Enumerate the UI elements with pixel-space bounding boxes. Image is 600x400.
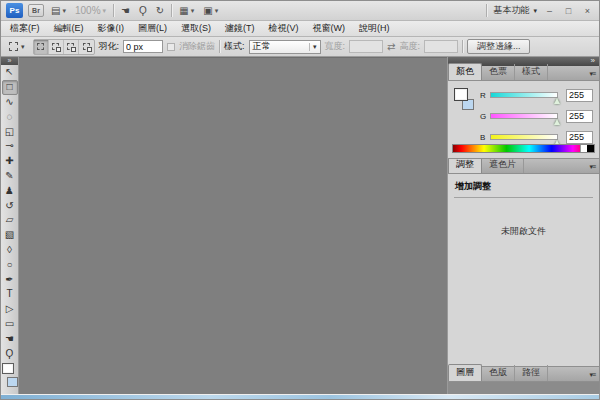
close-button[interactable]: × [581,6,594,16]
lasso-tool[interactable]: ∿ [2,95,18,110]
view-extras-button[interactable]: ▤ ▾ [49,4,68,17]
layers-group-tab-1[interactable]: 圖層 [448,364,482,381]
workspace-switcher[interactable]: 基本功能 ▾ [493,4,537,17]
history-brush-tool[interactable]: ↺ [2,198,18,213]
r-slider-thumb[interactable] [554,98,560,104]
black-chip[interactable] [587,145,594,152]
tool-preset-picker[interactable]: ▾ [5,40,29,53]
color-group-tab-3[interactable]: 樣式 [515,64,548,80]
menu-item-8[interactable]: 視窗(W) [306,21,353,36]
layers-group-tab-3[interactable]: 路徑 [515,365,548,381]
brush-tool[interactable]: ✎ [2,169,18,184]
style-select[interactable]: 正常 ▾ [249,40,321,54]
adjustments-panel-menu-icon[interactable]: ▾≡ [589,163,599,173]
minimize-button[interactable]: – [543,6,556,16]
blur-tool-icon: ◊ [7,245,12,255]
zoom-tool-icon: Ϙ [6,349,14,359]
arrange-documents-button[interactable]: ▦ ▾ [177,4,196,17]
channel-row-r: R [480,88,593,102]
antialias-checkbox[interactable] [167,43,175,51]
spot-healing-brush-tool[interactable]: ✚ [2,154,18,169]
clone-stamp-tool-icon: ♟ [5,186,14,196]
crop-tool[interactable]: ◱ [2,124,18,139]
menu-item-5[interactable]: 選取(S) [174,21,218,36]
b-value-input[interactable] [566,131,593,144]
menu-item-3[interactable]: 影像(I) [91,21,132,36]
menu-item-1[interactable]: 檔案(F) [3,21,47,36]
refine-edge-button[interactable]: 調整邊緣... [467,39,531,54]
g-value-input[interactable] [566,110,593,123]
g-slider-thumb[interactable] [554,119,560,125]
subtract-from-selection-button[interactable] [64,40,79,54]
chevron-down-icon: ▾ [21,43,25,51]
width-input[interactable] [349,40,383,53]
hand-tool[interactable]: ☚ [2,331,18,346]
quick-selection-tool[interactable]: ◌ [2,109,18,124]
eraser-tool-icon: ▱ [6,215,14,225]
menu-item-4[interactable]: 圖層(L) [131,21,174,36]
menu-item-9[interactable]: 說明(H) [352,21,397,36]
eraser-tool[interactable]: ▱ [2,213,18,228]
foreground-color-swatch[interactable] [2,363,14,374]
adjustments-group-tab-2[interactable]: 遮色片 [482,157,524,173]
launch-bridge-button[interactable]: Br [28,4,44,17]
height-input[interactable] [424,40,458,53]
new-selection-icon [37,43,44,50]
rotate-view-button[interactable]: ↻ [154,4,166,17]
r-value-input[interactable] [566,89,593,102]
color-group-tab-2[interactable]: 色票 [482,64,515,80]
g-slider-track[interactable] [490,113,558,119]
color-panel-menu-icon[interactable]: ▾≡ [589,70,599,80]
foreground-color-swatch[interactable] [454,88,468,101]
type-tool[interactable]: T [2,287,18,302]
zoom-tool[interactable]: Ϙ [2,346,18,361]
add-to-selection-button[interactable] [49,40,64,54]
screen-mode-button[interactable]: ▣ ▾ [201,4,220,17]
feather-label: 羽化: [99,40,120,53]
color-group-tab-1[interactable]: 顏色 [448,63,482,80]
white-chip[interactable] [580,145,587,152]
menu-item-2[interactable]: 編輯(E) [47,21,91,36]
color-spectrum-ramp[interactable] [452,144,595,153]
maximize-button[interactable]: □ [562,6,575,16]
b-slider-track[interactable] [490,134,558,140]
eyedropper-tool[interactable]: ⊸ [2,139,18,154]
zoom-tool-button[interactable]: Ϙ [137,4,149,17]
dodge-tool[interactable]: ○ [2,257,18,272]
blur-tool[interactable]: ◊ [2,243,18,258]
photoshop-window: Ps Br ▤ ▾ 100% ▾ ☚ Ϙ ↻ ▦ ▾ ▣ ▾ 基本功能 ▾ [0,0,600,400]
antialias-label: 消除鋸齒 [179,40,215,53]
chevron-down-icon: ▾ [309,43,317,51]
r-slider-track[interactable] [490,92,558,98]
layers-panel-menu-icon[interactable]: ▾≡ [589,371,599,381]
feather-input[interactable] [123,40,163,53]
path-selection-tool[interactable]: ▷ [2,302,18,317]
tools-collapse-button[interactable]: » [1,57,18,65]
zoom-level-control[interactable]: 100% ▾ [73,4,108,17]
main-area: » ↖□∿◌◱⊸✚✎♟↺▱▧◊○✒T▷▭☚Ϙ » 顏色色票樣式▾≡ RGB [1,57,599,394]
divider [454,197,593,198]
adjustments-panel-group: 調整遮色片▾≡ 增加調整 未開啟文件 [448,159,599,367]
menu-item-6[interactable]: 濾鏡(T) [218,21,262,36]
quick-selection-tool-icon: ◌ [7,112,13,122]
menu-bar: 檔案(F)編輯(E)影像(I)圖層(L)選取(S)濾鏡(T)檢視(V)視窗(W)… [1,21,599,37]
hand-tool-button[interactable]: ☚ [119,4,132,17]
menu-item-7[interactable]: 檢視(V) [262,21,306,36]
new-selection-button[interactable] [34,40,49,54]
background-color-swatch[interactable] [7,377,18,387]
move-tool[interactable]: ↖ [2,65,18,80]
channel-label: G [480,112,490,121]
pen-tool[interactable]: ✒ [2,272,18,287]
move-tool-icon: ↖ [5,67,13,77]
clone-stamp-tool[interactable]: ♟ [2,183,18,198]
rectangle-tool[interactable]: ▭ [2,317,18,332]
layers-group-tab-2[interactable]: 色版 [482,365,515,381]
intersect-selection-button[interactable] [79,40,94,54]
crop-tool-icon: ◱ [5,127,14,137]
rectangular-marquee-tool[interactable]: □ [2,80,18,95]
no-document-message: 未開啟文件 [448,225,599,238]
chevron-down-icon: ▾ [62,7,66,15]
window-bottom-edge [1,394,599,399]
gradient-tool[interactable]: ▧ [2,228,18,243]
swap-dimensions-icon[interactable]: ⇄ [387,41,395,52]
